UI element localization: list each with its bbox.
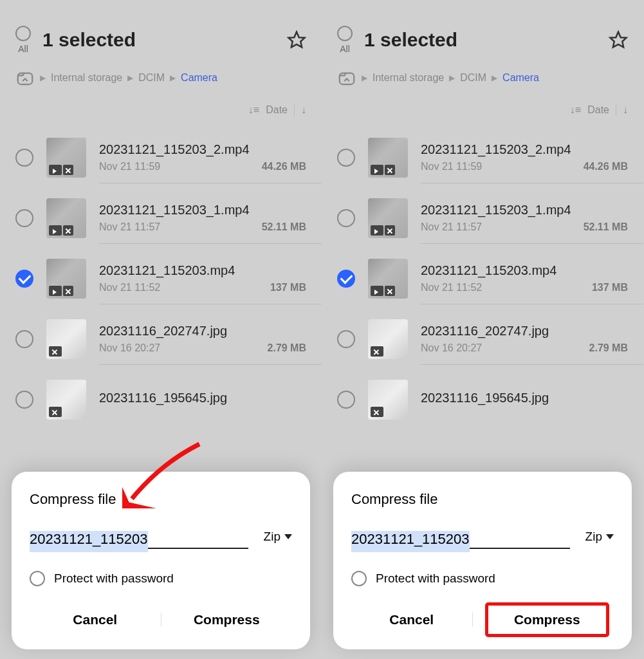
sort-label: Date xyxy=(266,104,288,116)
dialog-title: Compress file xyxy=(30,491,292,508)
chevron-down-icon xyxy=(606,534,614,539)
file-date: Nov 21 11:59 xyxy=(421,161,482,172)
file-row[interactable]: 20231116_202747.jpgNov 16 20:272.79 MB xyxy=(15,309,322,369)
file-name: 20231121_115203_2.mp4 xyxy=(421,142,628,157)
breadcrumb-item[interactable]: DCIM xyxy=(138,72,165,84)
header: All 1 selected ▶Internal storage ▶DCIM ▶… xyxy=(0,0,322,88)
file-size: 44.26 MB xyxy=(584,161,628,172)
file-row[interactable]: 20231121_115203.mp4Nov 21 11:52137 MB xyxy=(15,248,322,309)
sort-icon: ↓≡ xyxy=(248,104,259,116)
file-row[interactable]: 20231121_115203_1.mp4Nov 21 11:5752.11 M… xyxy=(337,188,643,248)
breadcrumb-item[interactable]: Internal storage xyxy=(51,72,122,84)
file-name: 20231121_115203.mp4 xyxy=(99,263,306,278)
thumbnail xyxy=(368,198,408,238)
format-select[interactable]: Zip xyxy=(585,530,614,549)
star-icon[interactable] xyxy=(287,30,306,50)
pane-right: All 1 selected ▶Internal storage ▶DCIM ▶… xyxy=(322,0,643,659)
file-row[interactable]: 20231116_195645.jpg xyxy=(337,369,643,430)
thumbnail xyxy=(46,138,86,178)
sort-icon: ↓≡ xyxy=(570,104,581,116)
checkbox[interactable] xyxy=(15,149,33,167)
file-date: Nov 21 11:57 xyxy=(421,221,482,233)
sort-label: Date xyxy=(587,104,609,116)
file-name: 20231121_115203.mp4 xyxy=(421,263,628,278)
compress-dialog: Compress file 20231121_115203 Zip Protec… xyxy=(333,472,632,649)
format-select[interactable]: Zip xyxy=(264,530,292,549)
sort-row[interactable]: ↓≡ Date ↓ xyxy=(322,88,643,127)
file-name: 20231116_202747.jpg xyxy=(99,324,306,339)
file-row[interactable]: 20231121_115203_2.mp4Nov 21 11:5944.26 M… xyxy=(15,127,322,188)
svg-marker-2 xyxy=(611,32,627,48)
breadcrumb: ▶Internal storage ▶DCIM ▶Camera xyxy=(337,68,628,88)
page-title: 1 selected xyxy=(42,29,275,51)
file-size: 2.79 MB xyxy=(268,342,306,354)
header: All 1 selected ▶Internal storage ▶DCIM ▶… xyxy=(322,0,643,88)
thumbnail xyxy=(368,380,408,420)
file-row[interactable]: 20231121_115203_2.mp4Nov 21 11:5944.26 M… xyxy=(337,127,643,188)
file-name: 20231116_195645.jpg xyxy=(99,391,306,405)
file-size: 137 MB xyxy=(592,282,628,293)
breadcrumb-item[interactable]: Camera xyxy=(181,72,217,84)
checkbox[interactable] xyxy=(337,330,355,348)
chevron-down-icon xyxy=(284,534,292,539)
file-name: 20231121_115203_1.mp4 xyxy=(421,203,628,218)
sort-row[interactable]: ↓≡ Date ↓ xyxy=(0,88,322,127)
sort-direction-icon: ↓ xyxy=(623,104,628,116)
home-icon[interactable] xyxy=(15,68,35,88)
file-date: Nov 21 11:52 xyxy=(99,282,160,293)
file-row[interactable]: 20231116_195645.jpg xyxy=(15,369,322,430)
compress-button[interactable]: Compress xyxy=(161,603,293,636)
pane-left: All 1 selected ▶Internal storage ▶DCIM ▶… xyxy=(0,0,322,659)
file-name: 20231116_195645.jpg xyxy=(421,391,628,405)
home-icon[interactable] xyxy=(337,68,356,88)
file-date: Nov 21 11:59 xyxy=(99,161,160,172)
page-title: 1 selected xyxy=(364,29,597,51)
checkbox[interactable] xyxy=(15,391,33,409)
select-all[interactable]: All xyxy=(337,26,353,54)
file-size: 52.11 MB xyxy=(584,221,628,233)
file-size: 44.26 MB xyxy=(262,161,306,172)
password-toggle[interactable]: Protect with password xyxy=(351,571,614,586)
star-icon[interactable] xyxy=(609,30,628,50)
file-name: 20231116_202747.jpg xyxy=(421,324,628,339)
file-list: 20231121_115203_2.mp4Nov 21 11:5944.26 M… xyxy=(322,127,643,430)
file-row[interactable]: 20231116_202747.jpgNov 16 20:272.79 MB xyxy=(337,309,643,369)
file-date: Nov 21 11:52 xyxy=(421,282,482,293)
thumbnail xyxy=(46,319,86,359)
checkbox[interactable] xyxy=(337,209,355,227)
file-row[interactable]: 20231121_115203_1.mp4Nov 21 11:5752.11 M… xyxy=(15,188,322,248)
file-name: 20231121_115203_1.mp4 xyxy=(99,203,306,218)
checkbox[interactable] xyxy=(337,391,355,409)
thumbnail xyxy=(368,138,408,178)
filename-input[interactable]: 20231121_115203 xyxy=(30,531,248,549)
cancel-button[interactable]: Cancel xyxy=(351,603,472,636)
breadcrumb-item[interactable]: Internal storage xyxy=(373,72,444,84)
file-size: 52.11 MB xyxy=(262,221,306,233)
sort-direction-icon: ↓ xyxy=(301,104,306,116)
thumbnail xyxy=(368,319,408,359)
checkbox[interactable] xyxy=(15,270,33,288)
breadcrumb-item[interactable]: DCIM xyxy=(460,72,486,84)
checkbox[interactable] xyxy=(337,149,355,167)
compress-button[interactable]: Compress xyxy=(487,604,608,635)
file-date: Nov 21 11:57 xyxy=(99,221,160,233)
file-size: 137 MB xyxy=(270,282,306,293)
filename-input[interactable]: 20231121_115203 xyxy=(351,531,570,549)
password-toggle[interactable]: Protect with password xyxy=(30,571,292,586)
cancel-button[interactable]: Cancel xyxy=(30,603,161,636)
file-date: Nov 16 20:27 xyxy=(421,342,482,354)
file-date: Nov 16 20:27 xyxy=(99,342,160,354)
checkbox[interactable] xyxy=(15,209,33,227)
breadcrumb-item[interactable]: Camera xyxy=(502,72,539,84)
compress-dialog: Compress file 20231121_115203 Zip Protec… xyxy=(12,472,310,649)
radio-icon xyxy=(351,571,367,586)
radio-icon xyxy=(30,571,45,586)
thumbnail xyxy=(46,259,86,299)
breadcrumb: ▶Internal storage ▶DCIM ▶Camera xyxy=(15,68,306,88)
checkbox[interactable] xyxy=(337,270,355,288)
checkbox[interactable] xyxy=(15,330,33,348)
svg-marker-0 xyxy=(289,32,305,48)
file-row[interactable]: 20231121_115203.mp4Nov 21 11:52137 MB xyxy=(337,248,643,309)
file-list: 20231121_115203_2.mp4Nov 21 11:5944.26 M… xyxy=(0,127,322,430)
select-all[interactable]: All xyxy=(15,26,31,54)
